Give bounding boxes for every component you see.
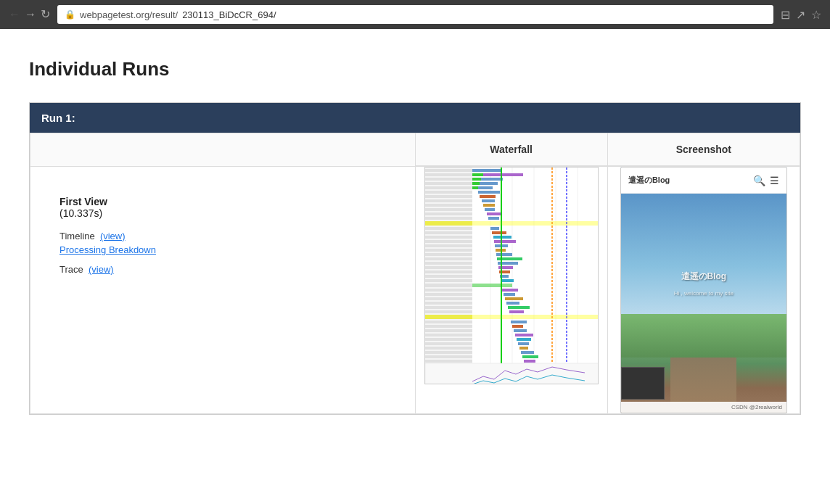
svg-rect-94 bbox=[519, 347, 528, 350]
svg-rect-77 bbox=[425, 310, 472, 313]
screenshot-header: Screenshot bbox=[608, 133, 800, 166]
waterfall-header: Waterfall bbox=[416, 133, 607, 166]
svg-rect-68 bbox=[502, 289, 518, 292]
svg-rect-61 bbox=[425, 275, 472, 278]
svg-rect-86 bbox=[514, 329, 527, 332]
svg-rect-12 bbox=[472, 173, 483, 176]
svg-rect-23 bbox=[425, 191, 472, 194]
url-path: 230113_BiDcCR_694/ bbox=[182, 9, 276, 20]
svg-rect-57 bbox=[425, 266, 472, 269]
svg-rect-89 bbox=[425, 338, 472, 341]
svg-rect-100 bbox=[524, 360, 535, 363]
svg-rect-91 bbox=[425, 342, 472, 345]
svg-rect-18 bbox=[472, 182, 480, 185]
svg-rect-82 bbox=[511, 321, 527, 323]
screenshot-preview[interactable]: 遣遥のBlog 🔍 ☰ 遣遥のBl bbox=[620, 167, 787, 413]
screenshot-overlay-title: 遣遥のBlog bbox=[681, 270, 727, 283]
svg-rect-45 bbox=[425, 240, 472, 243]
svg-rect-97 bbox=[425, 355, 472, 358]
svg-rect-46 bbox=[494, 240, 516, 243]
svg-rect-104 bbox=[425, 363, 599, 384]
first-view-title: First View bbox=[59, 196, 386, 207]
svg-rect-66 bbox=[425, 284, 472, 287]
svg-rect-96 bbox=[521, 351, 534, 354]
share-icon[interactable]: ↗ bbox=[796, 8, 805, 22]
svg-rect-90 bbox=[517, 338, 531, 341]
svg-rect-32 bbox=[485, 208, 495, 211]
svg-rect-92 bbox=[518, 342, 529, 345]
svg-rect-56 bbox=[498, 262, 518, 265]
svg-rect-10 bbox=[472, 169, 501, 172]
svg-rect-37 bbox=[472, 221, 599, 226]
extension-icon[interactable]: ⊟ bbox=[781, 8, 790, 22]
screenshot-ground bbox=[621, 314, 786, 358]
nav-buttons: ← → ↻ bbox=[9, 9, 50, 20]
svg-rect-78 bbox=[509, 310, 524, 313]
svg-rect-30 bbox=[483, 204, 495, 207]
svg-rect-79 bbox=[472, 315, 599, 319]
table-row: First View (10.337s) Timeline (view) Pro… bbox=[30, 167, 800, 414]
svg-rect-22 bbox=[478, 186, 493, 189]
waterfall-chart[interactable] bbox=[424, 167, 599, 384]
svg-rect-64 bbox=[501, 279, 514, 282]
screenshot-credit: CSDN @2realworld bbox=[621, 402, 786, 413]
svg-rect-29 bbox=[425, 204, 472, 207]
svg-rect-93 bbox=[425, 347, 472, 350]
processing-breakdown-link-row[interactable]: Processing Breakdown bbox=[59, 244, 386, 255]
svg-rect-59 bbox=[425, 270, 472, 273]
svg-rect-38 bbox=[425, 221, 472, 226]
svg-rect-35 bbox=[425, 217, 472, 220]
svg-rect-65 bbox=[472, 284, 512, 287]
svg-rect-81 bbox=[425, 321, 472, 323]
waterfall-svg bbox=[425, 168, 599, 384]
svg-rect-76 bbox=[508, 306, 530, 309]
trace-link-row: Trace (view) bbox=[59, 264, 386, 275]
back-button[interactable]: ← bbox=[9, 9, 20, 20]
timeline-view-link[interactable]: (view) bbox=[100, 231, 126, 241]
svg-rect-39 bbox=[425, 227, 472, 230]
svg-rect-84 bbox=[512, 325, 523, 328]
svg-rect-55 bbox=[425, 262, 472, 265]
svg-rect-58 bbox=[498, 266, 513, 269]
svg-rect-69 bbox=[425, 293, 472, 296]
svg-rect-98 bbox=[522, 355, 538, 358]
svg-rect-9 bbox=[425, 169, 472, 172]
thumbnail-strip bbox=[621, 367, 665, 400]
screenshot-header: 遣遥のBlog 🔍 ☰ bbox=[621, 168, 786, 194]
reload-button[interactable]: ↻ bbox=[41, 9, 50, 20]
svg-rect-73 bbox=[425, 302, 472, 305]
svg-rect-15 bbox=[472, 178, 481, 181]
screenshot-cell[interactable]: 遣遥のBlog 🔍 ☰ 遣遥のBl bbox=[607, 167, 800, 414]
svg-rect-88 bbox=[515, 334, 533, 336]
svg-rect-41 bbox=[425, 231, 472, 234]
svg-rect-72 bbox=[505, 297, 523, 300]
forward-button[interactable]: → bbox=[25, 9, 36, 20]
svg-rect-52 bbox=[496, 253, 512, 256]
svg-rect-49 bbox=[425, 249, 472, 252]
svg-rect-34 bbox=[487, 212, 501, 215]
processing-breakdown-link[interactable]: Processing Breakdown bbox=[59, 244, 156, 255]
svg-rect-53 bbox=[425, 257, 472, 260]
svg-rect-95 bbox=[425, 351, 472, 354]
waterfall-cell[interactable] bbox=[415, 167, 607, 414]
svg-rect-70 bbox=[504, 293, 515, 296]
bookmark-icon[interactable]: ☆ bbox=[811, 8, 821, 22]
svg-rect-51 bbox=[425, 253, 472, 256]
svg-rect-28 bbox=[482, 199, 495, 202]
svg-rect-80 bbox=[425, 315, 472, 319]
timeline-label: Timeline bbox=[59, 231, 95, 241]
trace-view-link[interactable]: (view) bbox=[89, 264, 114, 275]
run-section: Run 1: Waterfall Screenshot bbox=[29, 102, 801, 415]
blog-logo: 遣遥のBlog bbox=[628, 175, 670, 186]
browser-actions: ⊟ ↗ ☆ bbox=[781, 8, 821, 22]
svg-rect-99 bbox=[425, 360, 472, 363]
svg-rect-43 bbox=[425, 236, 472, 239]
svg-rect-31 bbox=[425, 208, 472, 211]
screenshot-body: 遣遥のBlog Hi , welcome to my site ▶ › CSDN… bbox=[621, 194, 786, 413]
svg-rect-25 bbox=[425, 195, 472, 198]
address-bar[interactable]: 🔒 webpagetest.org/result/230113_BiDcCR_6… bbox=[57, 5, 773, 24]
svg-rect-85 bbox=[425, 329, 472, 332]
svg-rect-36 bbox=[488, 217, 499, 220]
svg-rect-44 bbox=[493, 236, 511, 239]
lock-icon: 🔒 bbox=[65, 9, 75, 20]
